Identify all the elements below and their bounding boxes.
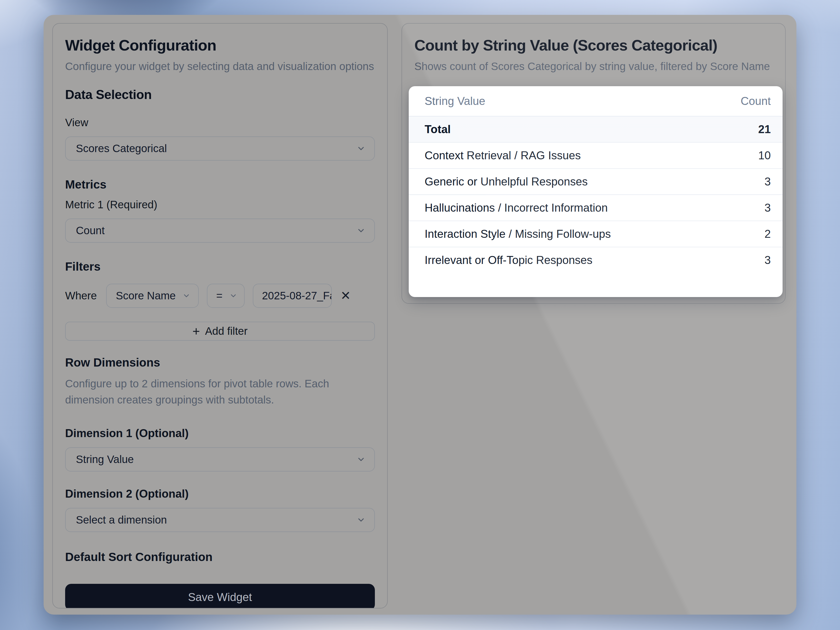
table-row: Interaction Style / Missing Follow-ups 2 xyxy=(409,221,783,247)
add-filter-label: Add filter xyxy=(205,325,248,337)
view-select-value: Scores Categorical xyxy=(76,142,167,155)
table-row-label: Interaction Style / Missing Follow-ups xyxy=(425,228,611,241)
filter-value-text: 2025-08-27_Fa xyxy=(262,290,332,302)
preview-title: Count by String Value (Scores Categorica… xyxy=(414,36,773,54)
table-row: Hallucinations / Incorrect Information 3 xyxy=(409,195,783,221)
column-header-count: Count xyxy=(741,95,771,108)
metric1-label: Metric 1 (Required) xyxy=(65,199,375,211)
table-row-count: 10 xyxy=(758,149,771,162)
filter-operator-value: = xyxy=(216,290,223,302)
widget-configuration-dialog: Widget Configuration Configure your widg… xyxy=(44,15,796,614)
configuration-panel: Widget Configuration Configure your widg… xyxy=(52,23,388,608)
dimension1-select-value: String Value xyxy=(76,453,134,465)
row-dimensions-description: Configure up to 2 dimensions for pivot t… xyxy=(65,375,375,408)
dimension1-select[interactable]: String Value xyxy=(65,447,375,472)
where-label: Where xyxy=(65,290,97,302)
view-select[interactable]: Scores Categorical xyxy=(65,136,375,161)
metric1-select[interactable]: Count xyxy=(65,218,375,243)
remove-filter-icon[interactable]: ✕ xyxy=(341,290,351,302)
metric1-select-value: Count xyxy=(76,225,104,237)
total-row-count: 21 xyxy=(758,123,771,136)
table-row-label: Irrelevant or Off-Topic Responses xyxy=(425,254,592,266)
dimension1-label: Dimension 1 (Optional) xyxy=(65,427,375,440)
table-row-label: Hallucinations / Incorrect Information xyxy=(425,201,608,214)
table-row-count: 3 xyxy=(764,201,771,214)
data-selection-heading: Data Selection xyxy=(65,87,375,102)
preview-subtitle: Shows count of Scores Categorical by str… xyxy=(414,58,773,74)
save-widget-button[interactable]: Save Widget xyxy=(65,584,375,608)
chevron-down-icon xyxy=(357,226,366,235)
table-row-label: Context Retrieval / RAG Issues xyxy=(425,149,581,162)
table-row: Context Retrieval / RAG Issues 10 xyxy=(409,142,783,168)
metrics-heading: Metrics xyxy=(65,177,375,192)
table-total-row: Total 21 xyxy=(409,116,783,142)
preview-table-card: String Value Count Total 21 Context Retr… xyxy=(409,86,783,297)
table-row: Irrelevant or Off-Topic Responses 3 xyxy=(409,247,783,273)
total-row-label: Total xyxy=(425,123,451,136)
preview-panel: Count by String Value (Scores Categorica… xyxy=(401,23,786,304)
row-dimensions-heading: Row Dimensions xyxy=(65,356,375,369)
dimension2-select-value: Select a dimension xyxy=(76,514,167,526)
dimension2-select[interactable]: Select a dimension xyxy=(65,508,375,532)
filter-row: Where Score Name = 2025-08-27_Fa ✕ xyxy=(65,284,375,308)
chevron-down-icon xyxy=(182,292,191,300)
filter-column-select[interactable]: Score Name xyxy=(106,284,199,308)
table-row: Generic or Unhelpful Responses 3 xyxy=(409,168,783,195)
chevron-down-icon xyxy=(357,455,366,464)
table-row-count: 3 xyxy=(764,254,771,266)
table-row-count: 2 xyxy=(764,228,771,241)
chevron-down-icon xyxy=(357,144,366,153)
filter-value-input[interactable]: 2025-08-27_Fa xyxy=(253,284,332,308)
panel-subtitle: Configure your widget by selecting data … xyxy=(65,58,375,74)
table-row-count: 3 xyxy=(764,175,771,188)
chevron-down-icon xyxy=(229,292,237,300)
table-body: Context Retrieval / RAG Issues 10 Generi… xyxy=(409,142,783,273)
filter-operator-select[interactable]: = xyxy=(207,284,245,308)
plus-icon: + xyxy=(193,324,200,339)
table-header-row: String Value Count xyxy=(409,86,783,116)
default-sort-heading: Default Sort Configuration xyxy=(65,550,375,564)
add-filter-button[interactable]: + Add filter xyxy=(65,322,375,341)
view-label: View xyxy=(65,116,375,129)
panel-title: Widget Configuration xyxy=(65,36,375,54)
table-row-label: Generic or Unhelpful Responses xyxy=(425,175,588,188)
chevron-down-icon xyxy=(357,515,366,525)
filter-column-value: Score Name xyxy=(116,290,176,302)
page-background: { "left_panel": { "title": "Widget Confi… xyxy=(0,0,840,630)
dimension2-label: Dimension 2 (Optional) xyxy=(65,488,375,500)
filters-heading: Filters xyxy=(65,260,375,274)
column-header-string-value: String Value xyxy=(425,95,485,108)
